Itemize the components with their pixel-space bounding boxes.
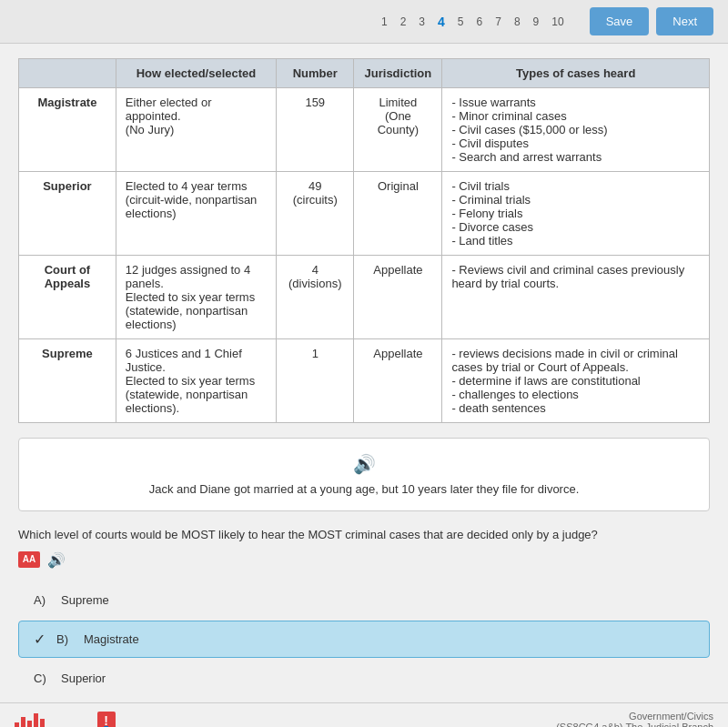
bar1 <box>15 722 19 728</box>
answer-b-letter: B) <box>56 632 84 646</box>
supreme-cases: - reviews decisions made in civil or cri… <box>442 339 710 423</box>
superior-number: 49 (circuits) <box>277 172 354 256</box>
bar4 <box>34 713 38 728</box>
page-1[interactable]: 1 <box>378 14 391 30</box>
content-area: How elected/selected Number Jurisdiction… <box>0 44 728 727</box>
bottom-right: Government/Civics (SS8CG4.a&b) The Judic… <box>556 711 713 728</box>
page-3[interactable]: 3 <box>415 14 429 30</box>
top-bar: 1 2 3 4 5 6 7 8 9 10 Save Next <box>0 0 728 44</box>
col-header-cases: Types of cases heard <box>442 59 710 88</box>
superior-jurisdiction: Original <box>354 172 442 256</box>
appeals-jurisdiction: Appellate <box>354 256 442 339</box>
answer-c[interactable]: C) Superior <box>18 661 710 695</box>
page-8[interactable]: 8 <box>511 14 524 30</box>
magistrate-jurisdiction: Limited(One County) <box>354 88 442 172</box>
scenario-text: Jack and Diane got married at a young ag… <box>149 482 580 496</box>
court-appeals: Court of Appeals <box>19 256 116 339</box>
answer-a[interactable]: A) Supreme <box>18 583 710 617</box>
court-supreme: Supreme <box>19 339 116 423</box>
answer-a-letter: A) <box>34 593 61 607</box>
courts-table: How elected/selected Number Jurisdiction… <box>18 58 710 423</box>
appeals-cases: - Reviews civil and criminal cases previ… <box>442 256 710 339</box>
table-row: Superior Elected to 4 year terms(circuit… <box>19 172 710 256</box>
supreme-number: 1 <box>277 339 354 423</box>
bar-chart-icon <box>15 712 45 728</box>
question-text: Which level of courts would be MOST like… <box>18 526 710 544</box>
bottom-left: Stats ! Question Feedback <box>15 712 149 728</box>
col-header-elected: How elected/selected <box>116 59 276 88</box>
appeals-selection: 12 judges assigned to 4 panels.Elected t… <box>116 256 276 339</box>
page-10[interactable]: 10 <box>548 14 567 30</box>
supreme-selection: 6 Justices and 1 Chief Justice.Elected t… <box>116 339 276 423</box>
standard-text: (SS8CG4.a&b) The Judicial Branch <box>556 722 713 728</box>
magistrate-selection: Either elected or appointed.(No Jury) <box>116 88 276 172</box>
audio-question-icon[interactable]: 🔊 <box>47 551 66 569</box>
audio-icon[interactable]: 🔊 <box>353 453 376 475</box>
answer-b[interactable]: ✓ B) Magistrate <box>18 621 710 658</box>
col-header-jurisdiction: Jurisdiction <box>354 59 442 88</box>
bar2 <box>21 717 25 728</box>
table-row: Magistrate Either elected or appointed.(… <box>19 88 710 172</box>
answer-b-text: Magistrate <box>84 632 694 646</box>
page-9[interactable]: 9 <box>530 14 543 30</box>
answer-a-text: Supreme <box>61 593 694 607</box>
exclamation-icon: ! <box>97 712 116 728</box>
accessibility-icon: AA <box>18 551 40 568</box>
court-magistrate: Magistrate <box>19 88 116 172</box>
table-row: Supreme 6 Justices and 1 Chief Justice.E… <box>19 339 710 423</box>
scenario-box: 🔊 Jack and Diane got married at a young … <box>18 438 710 511</box>
answer-c-text: Superior <box>61 671 694 685</box>
superior-selection: Elected to 4 year terms(circuit-wide, no… <box>116 172 276 256</box>
page-numbers: 1 2 3 4 5 6 7 8 9 10 <box>378 13 568 31</box>
subject-text: Government/Civics <box>556 711 713 722</box>
next-button[interactable]: Next <box>656 7 713 35</box>
appeals-number: 4 (divisions) <box>277 256 354 339</box>
col-header-court <box>19 59 116 88</box>
stats-button[interactable]: Stats <box>15 712 45 728</box>
page-2[interactable]: 2 <box>397 14 410 30</box>
save-button[interactable]: Save <box>590 7 650 35</box>
supreme-jurisdiction: Appellate <box>354 339 442 423</box>
answer-c-letter: C) <box>34 671 61 685</box>
feedback-button[interactable]: ! Question Feedback <box>63 712 149 728</box>
page-7[interactable]: 7 <box>491 14 505 30</box>
court-superior: Superior <box>19 172 116 256</box>
magistrate-number: 159 <box>277 88 354 172</box>
magistrate-cases: - Issue warrants - Minor criminal cases … <box>442 88 710 172</box>
bar3 <box>27 721 32 728</box>
question-icons: AA 🔊 <box>18 551 710 569</box>
page-5[interactable]: 5 <box>454 14 468 30</box>
superior-cases: - Civil trials - Criminal trials - Felon… <box>442 172 710 256</box>
page-6[interactable]: 6 <box>473 14 487 30</box>
page-4[interactable]: 4 <box>434 13 449 31</box>
bottom-bar: Stats ! Question Feedback Government/Civ… <box>0 702 728 728</box>
table-row: Court of Appeals 12 judges assigned to 4… <box>19 256 710 339</box>
col-header-number: Number <box>277 59 354 88</box>
checkmark-icon: ✓ <box>34 631 46 648</box>
bar5 <box>40 719 45 728</box>
